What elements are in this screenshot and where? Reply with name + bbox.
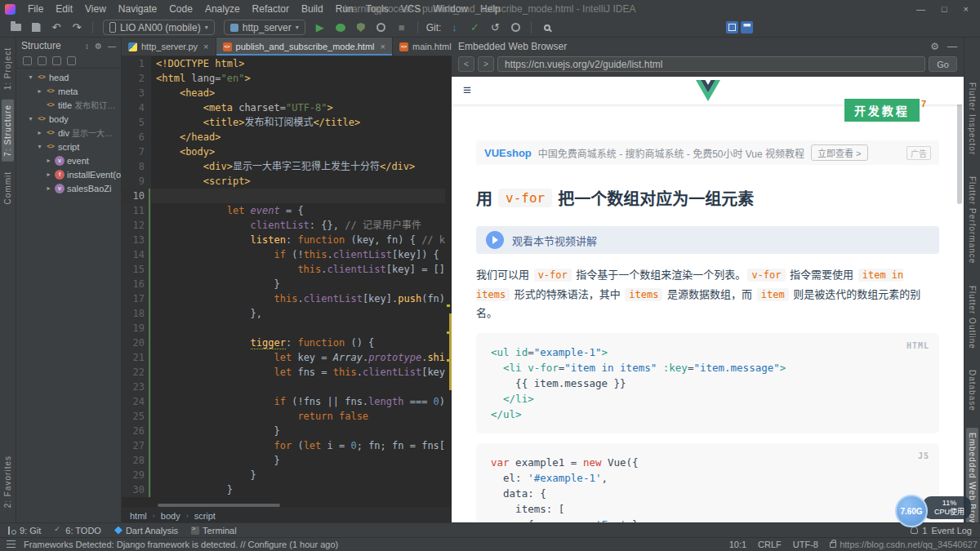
- stop-button[interactable]: ■: [393, 20, 411, 36]
- profiler-button[interactable]: [372, 20, 390, 36]
- minimize-button[interactable]: —: [916, 4, 925, 14]
- tool-button-7-structure[interactable]: 7: Structure: [2, 100, 14, 162]
- go-button[interactable]: Go: [929, 56, 957, 72]
- code-line[interactable]: 16 }: [122, 277, 445, 291]
- gear-icon[interactable]: ⚙: [930, 41, 939, 52]
- event-log-button[interactable]: 1 Event Log: [911, 526, 972, 535]
- gear-icon[interactable]: ⚙: [95, 42, 102, 51]
- warning-mark[interactable]: [447, 304, 450, 307]
- debug-button[interactable]: [332, 20, 350, 36]
- toolwindow-switcher-icon[interactable]: [7, 540, 16, 549]
- code-line[interactable]: 28 }: [122, 453, 445, 468]
- hamburger-menu-icon[interactable]: ≡: [463, 82, 471, 99]
- close-button[interactable]: ×: [964, 4, 969, 14]
- structure-node-meta[interactable]: ▸<>meta: [16, 84, 121, 98]
- git-rollback-button[interactable]: ↺: [486, 20, 504, 36]
- url-input[interactable]: [497, 56, 925, 72]
- code-line[interactable]: 13 listen: function (key, fn) { // key: [122, 233, 445, 247]
- back-button[interactable]: <: [458, 56, 474, 72]
- breadcrumb-body[interactable]: body: [161, 511, 180, 521]
- filter-icon[interactable]: [23, 56, 32, 65]
- code-line[interactable]: 10: [122, 189, 445, 203]
- code-line[interactable]: 23: [122, 380, 445, 394]
- structure-node-script[interactable]: ▾<>script: [16, 140, 121, 153]
- code-line[interactable]: 1<!DOCTYPE html>: [122, 56, 445, 71]
- status-message[interactable]: Frameworks Detected: Django framework is…: [24, 540, 338, 549]
- tool-button-2-favorites[interactable]: 2: Favorites: [2, 451, 14, 513]
- code-line[interactable]: 25 return false: [122, 409, 445, 424]
- structure-node-div[interactable]: ▸<>div显示一大串字三…: [16, 126, 121, 140]
- ime-indicator-1[interactable]: [726, 21, 738, 33]
- tool-button-flutter-outline[interactable]: Flutter Outline: [966, 281, 978, 354]
- editor-tab-main-html[interactable]: <>main.html×: [393, 38, 452, 56]
- structure-node-event[interactable]: ▸vevent: [16, 153, 121, 167]
- editor-tab-publish-and-subscribe-mode-html[interactable]: <>publish_and_subscribe_mode.html×: [216, 38, 393, 56]
- hide-icon[interactable]: —: [947, 41, 957, 52]
- menu-item-refactor[interactable]: Refactor: [247, 2, 295, 16]
- code-line[interactable]: 26 }: [122, 424, 445, 438]
- breadcrumb-script[interactable]: script: [194, 511, 216, 521]
- editor-tab-http-server-py[interactable]: http_server.py×: [122, 38, 216, 56]
- hide-icon[interactable]: —: [108, 42, 116, 51]
- structure-node-salesbaozi[interactable]: ▸vsalesBaoZi: [16, 181, 121, 195]
- redo-button[interactable]: ↷: [68, 20, 86, 36]
- search-everywhere-button[interactable]: [538, 20, 556, 36]
- code-line[interactable]: 22 let fns = this.clientList[key]: [122, 365, 445, 380]
- code-line[interactable]: 7 <body>: [122, 144, 445, 159]
- code-line[interactable]: 2<html lang="en">: [122, 71, 445, 86]
- line-ending[interactable]: CRLF: [758, 540, 782, 549]
- code-line[interactable]: 30 }: [122, 482, 445, 497]
- git-history-button[interactable]: [506, 20, 524, 36]
- code-line[interactable]: 15 this.clientList[key] = []: [122, 262, 445, 277]
- maximize-button[interactable]: □: [942, 4, 947, 14]
- group-icon[interactable]: [38, 56, 47, 65]
- forward-button[interactable]: >: [478, 56, 494, 72]
- code-line[interactable]: 12 clientList: {}, // 记录用户事件: [122, 218, 445, 233]
- structure-node-body[interactable]: ▾<>body: [16, 112, 121, 126]
- code-line[interactable]: 21 let key = Array.prototype.shift: [122, 350, 445, 365]
- toolwindow-dart-analysis[interactable]: Dart Analysis: [114, 526, 178, 535]
- structure-node-installevent-ob[interactable]: ▸finstallEvent(ob…: [16, 167, 121, 181]
- toolwindow-9-git[interactable]: 9: Git: [8, 526, 41, 535]
- code-line[interactable]: 19: [122, 321, 445, 335]
- code-line[interactable]: 29 }: [122, 468, 445, 482]
- code-line[interactable]: 5 <title>发布和订阅模式</title>: [122, 115, 445, 130]
- code-line[interactable]: 9 <script>: [122, 174, 445, 189]
- code-line[interactable]: 14 if (!this.clientList[key]) {: [122, 247, 445, 262]
- collapse-all-icon[interactable]: [67, 56, 76, 65]
- encoding[interactable]: UTF-8: [793, 540, 818, 549]
- code-editor[interactable]: 1<!DOCTYPE html>2<html lang="en">3 <head…: [122, 56, 452, 508]
- tool-button-database[interactable]: Database: [966, 365, 978, 416]
- close-icon[interactable]: ×: [203, 42, 208, 51]
- ime-indicator-2[interactable]: [741, 21, 753, 33]
- code-line[interactable]: 27 for (let i = 0; fn; fn = fns[i+: [122, 438, 445, 453]
- structure-node-head[interactable]: ▾<>head: [16, 70, 121, 84]
- git-update-button[interactable]: ↓: [445, 20, 463, 36]
- tool-button-flutter-performance[interactable]: Flutter Performance: [966, 171, 978, 269]
- menu-item-analyze[interactable]: Analyze: [199, 2, 246, 16]
- open-button[interactable]: [7, 20, 24, 36]
- ad-brand[interactable]: VUEshop: [484, 147, 532, 159]
- expand-all-icon[interactable]: [52, 56, 61, 65]
- code-line[interactable]: 8 <div>显示一大串字三犯得上发生十分符</div>: [122, 159, 445, 174]
- code-line[interactable]: 24 if (!fns || fns.length === 0) {: [122, 394, 445, 409]
- git-commit-button[interactable]: ✓: [466, 20, 483, 36]
- code-line[interactable]: 11 let event = {: [122, 203, 445, 218]
- undo-button[interactable]: ↶: [47, 20, 65, 36]
- toolwindow-terminal[interactable]: Terminal: [191, 526, 237, 535]
- code-line[interactable]: 3 <head>: [122, 86, 445, 100]
- menu-item-view[interactable]: View: [79, 2, 112, 16]
- breadcrumb-html[interactable]: html: [130, 511, 147, 521]
- device-selector[interactable]: LIO AN00 (mobile) ▾: [103, 20, 215, 35]
- run-button[interactable]: ▶: [311, 20, 329, 36]
- promo-badge[interactable]: 开发教程 7: [844, 99, 926, 122]
- vue-logo[interactable]: [696, 80, 720, 101]
- ad-cta-button[interactable]: 立即查看 >: [811, 144, 867, 161]
- horizontal-scrollbar[interactable]: [158, 504, 280, 507]
- coverage-button[interactable]: [352, 20, 370, 36]
- play-icon[interactable]: [486, 231, 504, 249]
- memory-float-widget[interactable]: 7.60G: [895, 495, 928, 527]
- menu-item-build[interactable]: Build: [296, 2, 329, 16]
- sort-icon[interactable]: ↕: [85, 42, 89, 51]
- code-line[interactable]: 6 </head>: [122, 130, 445, 144]
